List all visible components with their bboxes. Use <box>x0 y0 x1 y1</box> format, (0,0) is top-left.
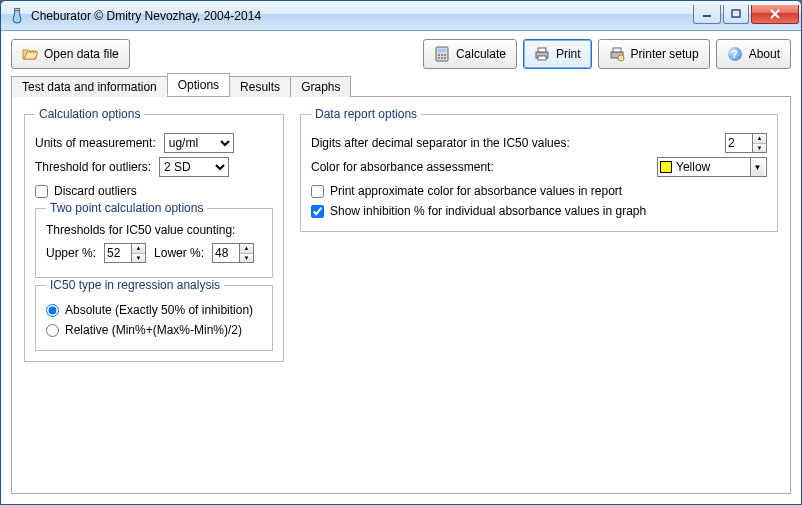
svg-rect-1 <box>703 15 711 17</box>
data-report-options-group: Data report options Digits after decimal… <box>300 107 778 232</box>
options-pane: Calculation options Units of measurement… <box>11 97 791 494</box>
svg-rect-15 <box>613 48 621 52</box>
maximize-button[interactable] <box>723 5 749 24</box>
tab-graphs[interactable]: Graphs <box>290 76 351 97</box>
minimize-button[interactable] <box>693 5 721 24</box>
svg-rect-2 <box>732 10 740 17</box>
color-name: Yellow <box>676 160 746 174</box>
app-icon <box>9 8 25 24</box>
printer-icon <box>534 46 550 62</box>
tab-results[interactable]: Results <box>229 76 291 97</box>
tab-options[interactable]: Options <box>167 73 230 96</box>
digits-spin[interactable]: ▲▼ <box>725 133 767 153</box>
threshold-label: Threshold for outliers: <box>35 160 151 174</box>
spin-up-icon[interactable]: ▲ <box>132 244 145 254</box>
discard-outliers-label: Discard outliers <box>54 184 137 198</box>
window-buttons <box>693 5 799 24</box>
print-button[interactable]: Print <box>523 39 592 69</box>
svg-rect-7 <box>444 54 446 56</box>
color-swatch <box>660 161 672 173</box>
toolbar: Open data file Calculate Print Printer s <box>1 31 801 75</box>
show-inhibition-input[interactable] <box>311 205 324 218</box>
svg-rect-6 <box>441 54 443 56</box>
window-title: Cheburator © Dmitry Nevozhay, 2004-2014 <box>31 9 693 23</box>
ic50-type-group: IC50 type in regression analysis Absolut… <box>35 278 273 351</box>
calculator-icon <box>434 46 450 62</box>
calculation-options-group: Calculation options Units of measurement… <box>24 107 284 362</box>
chevron-down-icon[interactable]: ▼ <box>750 158 764 176</box>
about-label: About <box>749 47 780 61</box>
show-inhibition-checkbox[interactable]: Show inhibition % for individual absorba… <box>311 204 646 218</box>
thresholds-ic50-label: Thresholds for IC50 value counting: <box>46 223 262 237</box>
open-data-file-button[interactable]: Open data file <box>11 39 130 69</box>
tabstrip: Test data and information Options Result… <box>11 75 791 97</box>
ic50-absolute-label: Absolute (Exactly 50% of inhibition) <box>65 303 253 317</box>
printer-setup-icon <box>609 46 625 62</box>
upper-pct-label: Upper %: <box>46 246 96 260</box>
spin-up-icon[interactable]: ▲ <box>240 244 253 254</box>
spin-up-icon[interactable]: ▲ <box>753 134 766 144</box>
units-combo[interactable]: ug/ml <box>164 133 234 153</box>
discard-outliers-checkbox[interactable]: Discard outliers <box>35 184 137 198</box>
svg-rect-4 <box>438 49 446 52</box>
show-inhibition-label: Show inhibition % for individual absorba… <box>330 204 646 218</box>
svg-rect-0 <box>15 8 20 10</box>
ic50-absolute-radio[interactable]: Absolute (Exactly 50% of inhibition) <box>46 303 253 317</box>
units-label: Units of measurement: <box>35 136 156 150</box>
svg-rect-13 <box>538 56 546 60</box>
spin-down-icon[interactable]: ▼ <box>132 254 145 263</box>
app-window: Cheburator © Dmitry Nevozhay, 2004-2014 … <box>0 0 802 505</box>
svg-rect-12 <box>538 48 546 52</box>
digits-label: Digits after decimal separator in the IC… <box>311 136 570 150</box>
ic50-absolute-input[interactable] <box>46 304 59 317</box>
svg-rect-10 <box>444 57 446 59</box>
ic50-relative-label: Relative (Min%+(Max%-Min%)/2) <box>65 323 242 337</box>
svg-rect-5 <box>438 54 440 56</box>
svg-point-16 <box>618 55 624 61</box>
help-icon: ? <box>727 46 743 62</box>
printer-setup-label: Printer setup <box>631 47 699 61</box>
calculate-button[interactable]: Calculate <box>423 39 517 69</box>
data-report-options-legend: Data report options <box>311 107 421 121</box>
window-content: Open data file Calculate Print Printer s <box>1 31 801 504</box>
color-label: Color for absorbance assessment: <box>311 160 494 174</box>
discard-outliers-input[interactable] <box>35 185 48 198</box>
upper-pct-input[interactable] <box>105 244 131 262</box>
print-approx-input[interactable] <box>311 185 324 198</box>
print-approx-label: Print approximate color for absorbance v… <box>330 184 622 198</box>
open-label: Open data file <box>44 47 119 61</box>
ic50-relative-input[interactable] <box>46 324 59 337</box>
digits-input[interactable] <box>726 134 752 152</box>
spin-down-icon[interactable]: ▼ <box>240 254 253 263</box>
titlebar: Cheburator © Dmitry Nevozhay, 2004-2014 <box>1 1 801 31</box>
tab-test-data[interactable]: Test data and information <box>11 76 168 97</box>
two-point-legend: Two point calculation options <box>46 201 207 215</box>
ic50-relative-radio[interactable]: Relative (Min%+(Max%-Min%)/2) <box>46 323 242 337</box>
lower-pct-spin[interactable]: ▲▼ <box>212 243 254 263</box>
close-button[interactable] <box>751 5 799 24</box>
ic50-type-legend: IC50 type in regression analysis <box>46 278 224 292</box>
lower-pct-label: Lower %: <box>154 246 204 260</box>
upper-pct-spin[interactable]: ▲▼ <box>104 243 146 263</box>
svg-rect-8 <box>438 57 440 59</box>
spin-down-icon[interactable]: ▼ <box>753 144 766 153</box>
lower-pct-input[interactable] <box>213 244 239 262</box>
two-point-group: Two point calculation options Thresholds… <box>35 201 273 278</box>
threshold-combo[interactable]: 2 SD <box>159 157 229 177</box>
print-label: Print <box>556 47 581 61</box>
calculation-options-legend: Calculation options <box>35 107 144 121</box>
calculate-label: Calculate <box>456 47 506 61</box>
printer-setup-button[interactable]: Printer setup <box>598 39 710 69</box>
color-combo[interactable]: Yellow ▼ <box>657 157 767 177</box>
folder-open-icon <box>22 46 38 62</box>
about-button[interactable]: ? About <box>716 39 791 69</box>
print-approx-checkbox[interactable]: Print approximate color for absorbance v… <box>311 184 622 198</box>
svg-rect-9 <box>441 57 443 59</box>
